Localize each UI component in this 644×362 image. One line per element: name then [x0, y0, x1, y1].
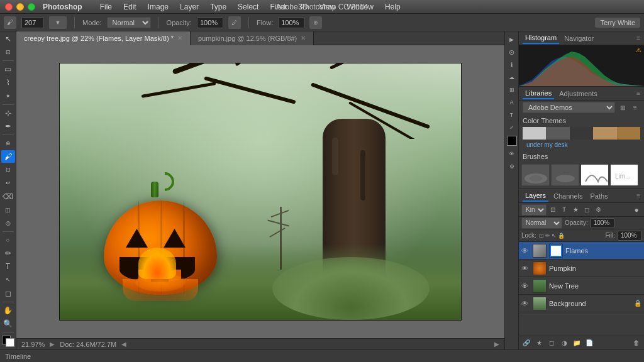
sidebar-icon-2[interactable]: ⊙ [506, 47, 518, 58]
sidebar-icon-6[interactable]: A [506, 97, 518, 108]
new-layer-button[interactable]: 📄 [584, 338, 594, 348]
layer-new-tree[interactable]: 👁 New Tree [519, 277, 644, 295]
brush-tool[interactable]: 🖌 [1, 150, 15, 163]
brush-2[interactable] [551, 164, 579, 186]
tab-layers[interactable]: Layers [523, 190, 548, 202]
color-swatch-row[interactable] [523, 127, 640, 140]
brush-tool-icon[interactable]: 🖌 [4, 16, 16, 29]
pen-tool[interactable]: ✏ [1, 247, 15, 260]
filter-icon[interactable]: ⊡ [548, 205, 558, 215]
nav-arrow[interactable]: ▶ [494, 341, 499, 348]
opacity-input[interactable] [197, 17, 223, 28]
layer-flames[interactable]: 👁 Flames [519, 242, 644, 260]
history-tool[interactable]: ↩ [1, 177, 15, 189]
layer-smart-icon[interactable]: ⚙ [593, 205, 603, 215]
lasso-tool[interactable]: ⌇ [1, 76, 15, 89]
library-grid-icon[interactable]: ⊞ [618, 102, 628, 112]
zoom-tool[interactable]: 🔍 [1, 317, 15, 330]
menu-edit[interactable]: Edit [118, 1, 142, 13]
sidebar-icon-5[interactable]: ⊞ [506, 84, 518, 96]
swatch-3[interactable] [570, 127, 593, 140]
menu-layer[interactable]: Layer [175, 1, 204, 13]
clone-tool[interactable]: ⊡ [1, 163, 15, 176]
close-tab-creepy[interactable]: ✕ [177, 35, 182, 41]
opacity-icon[interactable]: 🖊 [228, 16, 241, 29]
sidebar-icon-lock[interactable]: ⚙ [506, 161, 518, 172]
link-layers-icon[interactable]: 🔗 [521, 338, 531, 348]
zoom-arrow[interactable]: ▶ [50, 341, 55, 348]
flow-icon[interactable]: ⊕ [309, 16, 322, 29]
library-list-icon[interactable]: ≡ [630, 102, 640, 112]
user-name[interactable]: Terry White [595, 18, 640, 28]
crop-tool[interactable]: ⊹ [1, 107, 15, 119]
tab-navigator[interactable]: Navigator [562, 33, 596, 43]
artboard-tool[interactable]: ⊡ [1, 46, 15, 58]
sidebar-icon-3[interactable]: ℹ [506, 59, 518, 70]
minimize-button[interactable] [16, 3, 24, 11]
brush-1[interactable] [521, 164, 550, 186]
flow-input[interactable] [278, 17, 304, 28]
library-select[interactable]: Adobe Demos [523, 102, 615, 113]
canvas-wrapper[interactable] [16, 45, 504, 338]
quick-select-tool[interactable]: ✦ [1, 90, 15, 102]
layer-pumpkin[interactable]: 👁 Pumpkin [519, 260, 644, 277]
fill-input[interactable] [618, 231, 641, 241]
move-tool[interactable]: ↖ [1, 33, 15, 45]
brush-picker-icon[interactable]: ▼ [49, 16, 67, 29]
brush-4[interactable]: Lim... [610, 164, 638, 186]
blur-tool[interactable]: ◎ [1, 217, 15, 229]
mode-select[interactable]: Normal Multiply Screen [107, 17, 151, 28]
sidebar-icon-7[interactable]: T [506, 109, 518, 121]
gradient-tool[interactable]: ◫ [1, 204, 15, 216]
layers-close[interactable]: ≡ [636, 192, 640, 199]
eyedropper-tool[interactable]: ✒ [1, 120, 15, 133]
swatch-5[interactable] [617, 127, 640, 140]
shape-tool[interactable]: ◻ [1, 287, 15, 300]
menu-type[interactable]: Type [205, 1, 231, 13]
sidebar-icon-8[interactable]: ✓ [506, 122, 518, 133]
delete-layer-button[interactable]: 🗑 [631, 338, 641, 348]
libraries-close[interactable]: ≡ [636, 90, 640, 97]
tab-histogram[interactable]: Histogram [523, 33, 559, 44]
doc-arrow[interactable]: ◀ [121, 341, 126, 348]
menu-image[interactable]: Image [143, 1, 174, 13]
text-tool[interactable]: T [1, 260, 15, 273]
menu-select[interactable]: Select [233, 1, 264, 13]
layer-visibility-background[interactable]: 👁 [521, 300, 530, 307]
dodge-tool[interactable]: ○ [1, 234, 15, 246]
foreground-background-colors[interactable] [2, 336, 14, 347]
histogram-close[interactable]: ≡ [636, 35, 640, 41]
tab-creepy-tree[interactable]: creepy tree.jpg @ 22% (Flames, Layer Mas… [16, 31, 191, 45]
timeline-label[interactable]: Timeline [5, 353, 31, 360]
lock-move-icon[interactable]: ↖ [552, 233, 557, 239]
canvas-image[interactable] [59, 63, 462, 321]
swatch-1[interactable] [523, 127, 546, 140]
menu-help[interactable]: Help [380, 1, 406, 13]
path-select-tool[interactable]: ↖ [1, 273, 15, 286]
healing-tool[interactable]: ⊕ [1, 137, 15, 150]
layer-visibility-pumpkin[interactable]: 👁 [521, 265, 530, 272]
layer-type-icon[interactable]: T [559, 205, 569, 215]
lock-transparent-icon[interactable]: ⊡ [539, 233, 544, 239]
tab-paths[interactable]: Paths [588, 191, 611, 201]
blend-mode-select[interactable]: Normal [521, 217, 562, 229]
layer-opacity-input[interactable] [591, 218, 614, 228]
hand-tool[interactable]: ✋ [1, 304, 15, 317]
lock-all-icon[interactable]: 🔒 [558, 233, 565, 239]
color-box[interactable] [507, 136, 517, 146]
menu-file[interactable]: File [95, 1, 117, 13]
sidebar-icon-eye[interactable]: 👁 [506, 148, 518, 160]
layer-background[interactable]: 👁 Background 🔒 [519, 295, 644, 312]
tab-adjustments[interactable]: Adjustments [557, 89, 600, 99]
layer-mask-icon[interactable]: ◻ [582, 205, 592, 215]
new-adjustment-button[interactable]: ◑ [559, 338, 569, 348]
add-mask-button[interactable]: ◻ [547, 338, 557, 348]
layer-visibility-new-tree[interactable]: 👁 [521, 282, 530, 290]
eraser-tool[interactable]: ⌫ [1, 190, 15, 202]
sidebar-icon-1[interactable]: ▶ [506, 34, 518, 45]
lock-brush-icon[interactable]: ✏ [545, 233, 550, 239]
tab-pumpkin[interactable]: pumpkin.jpg @ 12.5% (RGB/8#) ✕ [191, 31, 314, 45]
brush-3[interactable] [580, 164, 609, 186]
close-button[interactable] [5, 3, 13, 11]
marquee-tool[interactable]: ▭ [1, 63, 15, 75]
